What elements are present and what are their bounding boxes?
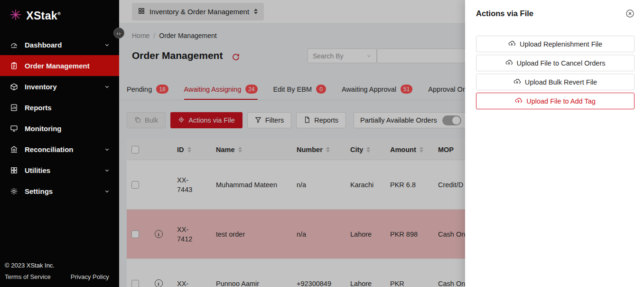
- sidebar-item-label: Reconciliation: [25, 145, 98, 153]
- drawer-header: Actions via File: [465, 0, 644, 27]
- sidebar-item-label: Settings: [25, 187, 98, 195]
- registered-mark: ®: [57, 11, 61, 16]
- sidebar: ✳ XStak® ‹› Dashboard Order Management: [0, 0, 119, 287]
- copyright-text: © 2023 XStak Inc.: [5, 262, 114, 269]
- app-window: ✳ XStak® ‹› Dashboard Order Management: [0, 0, 644, 287]
- xstak-logo-icon: ✳: [9, 8, 21, 23]
- sidebar-item-label: Inventory: [25, 83, 98, 91]
- sidebar-nav: Dashboard Order Management Inventory: [0, 32, 119, 257]
- close-icon[interactable]: [625, 9, 635, 18]
- cloud-upload-icon: [505, 59, 513, 67]
- sidebar-item-label: Dashboard: [25, 41, 98, 49]
- order-management-icon: [9, 61, 18, 70]
- upload-bulk-revert-file-button[interactable]: Upload Bulk Revert File: [476, 74, 635, 90]
- logo-text: XStak: [26, 10, 57, 22]
- sidebar-collapse-button[interactable]: ‹›: [113, 28, 124, 38]
- actions-via-file-drawer: Actions via File Upload Replenishment Fi…: [465, 0, 644, 287]
- sidebar-item-settings[interactable]: Settings: [0, 181, 119, 201]
- upload-file-to-add-tag-button[interactable]: Upload File to Add Tag: [476, 93, 635, 109]
- monitoring-icon: [9, 124, 18, 133]
- cloud-upload-icon: [515, 97, 522, 105]
- inventory-icon: [9, 82, 18, 91]
- sidebar-item-label: Monitoring: [25, 124, 110, 133]
- privacy-policy-link[interactable]: Privacy Policy: [71, 273, 109, 280]
- cloud-upload-icon: [513, 78, 521, 86]
- sidebar-item-label: Utilities: [25, 166, 98, 174]
- sidebar-item-label: Reports: [25, 104, 110, 112]
- upload-replenishment-file-button[interactable]: Upload Replenishment File: [476, 36, 635, 52]
- sidebar-item-monitoring[interactable]: Monitoring: [0, 118, 119, 139]
- sidebar-item-dashboard[interactable]: Dashboard: [0, 34, 119, 55]
- dashboard-icon: [9, 40, 18, 49]
- sidebar-item-reports[interactable]: Reports: [0, 97, 119, 118]
- chevron-down-icon: [104, 42, 110, 48]
- sidebar-item-order-management[interactable]: Order Management: [0, 55, 119, 76]
- sidebar-item-label: Order Management: [25, 62, 110, 70]
- settings-gear-icon: [9, 187, 18, 195]
- chevron-down-icon: [104, 168, 110, 173]
- logo: ✳ XStak®: [0, 0, 119, 32]
- sidebar-item-utilities[interactable]: Utilities: [0, 160, 119, 181]
- utilities-icon: [9, 166, 18, 174]
- reconciliation-icon: [9, 145, 18, 153]
- chevron-down-icon: [104, 147, 110, 152]
- chevron-down-icon: [104, 189, 110, 194]
- drawer-title: Actions via File: [476, 9, 533, 18]
- terms-of-service-link[interactable]: Terms of Service: [5, 273, 51, 280]
- chevron-down-icon: [104, 84, 110, 89]
- sidebar-footer: © 2023 XStak Inc. Terms of Service Priva…: [0, 257, 119, 287]
- sidebar-item-inventory[interactable]: Inventory: [0, 76, 119, 97]
- cloud-upload-icon: [508, 40, 515, 48]
- reports-icon: [9, 103, 18, 112]
- upload-file-to-cancel-orders-button[interactable]: Upload File to Cancel Orders: [476, 55, 635, 71]
- drawer-body: Upload Replenishment File Upload File to…: [465, 27, 644, 109]
- sidebar-item-reconciliation[interactable]: Reconciliation: [0, 139, 119, 160]
